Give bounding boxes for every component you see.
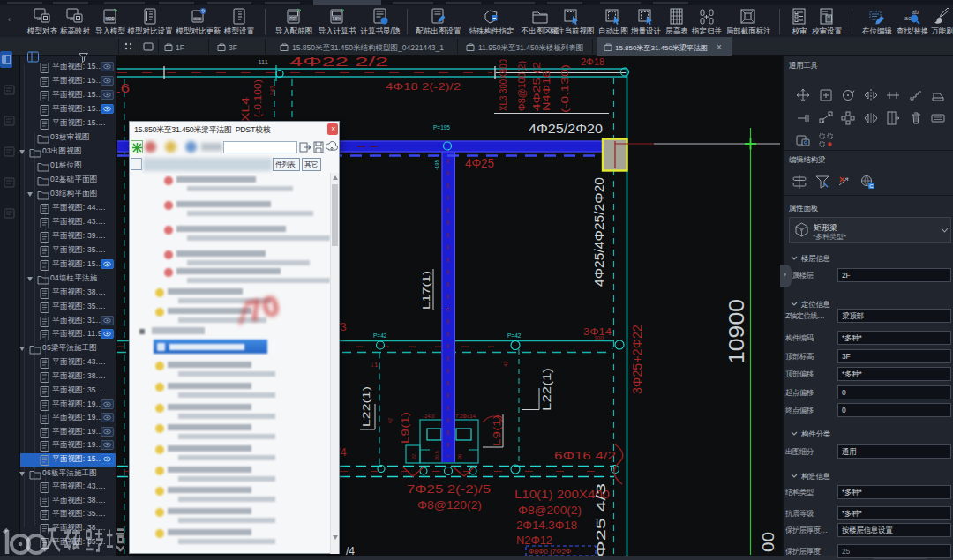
svg-text:3Φ25+2Φ22: 3Φ25+2Φ22 xyxy=(630,325,644,394)
svg-text:-24.0: -24.0 xyxy=(423,414,435,419)
svg-text:Φ8@200(2): Φ8@200(2) xyxy=(518,504,582,517)
svg-text:7.2Φc14: 7.2Φc14 xyxy=(455,414,476,419)
svg-text:XL3 300X800: XL3 300X800 xyxy=(498,59,508,111)
svg-text:P=195: P=195 xyxy=(433,124,450,131)
svg-text:Φ8@120(2): Φ8@120(2) xyxy=(417,498,482,511)
svg-text:(-0.100): (-0.100) xyxy=(252,79,263,117)
svg-text:7.5%: 7.5% xyxy=(332,17,341,21)
svg-text:L22(1): L22(1) xyxy=(540,368,553,411)
svg-text:L17(1): L17(1) xyxy=(421,271,431,310)
svg-text:42: 42 xyxy=(503,361,508,367)
svg-text:4Φ25/2Φ20: 4Φ25/2Φ20 xyxy=(529,122,603,136)
svg-text:Φ8Φ0 (7Φ2Φ: Φ8Φ0 (7Φ2Φ xyxy=(529,548,571,556)
svg-text:L9(1): L9(1) xyxy=(400,412,410,444)
svg-text:Φ25 4/3: Φ25 4/3 xyxy=(593,483,608,556)
svg-text:26: 26 xyxy=(457,454,462,459)
svg-text:7Φ25 2(-2)/5: 7Φ25 2(-2)/5 xyxy=(407,482,491,496)
svg-text:P3T: P3T xyxy=(289,17,297,21)
svg-text:4Φ25: 4Φ25 xyxy=(465,156,494,170)
svg-text:ab: ab xyxy=(912,9,919,15)
svg-text:4Φ22 2/2: 4Φ22 2/2 xyxy=(289,56,388,69)
svg-text:4Φ18 2(-2)/2: 4Φ18 2(-2)/2 xyxy=(386,81,461,92)
svg-text:N4Φ16: N4Φ16 xyxy=(541,71,552,111)
svg-text:P=42: P=42 xyxy=(507,332,522,339)
svg-text:22: 22 xyxy=(411,454,416,459)
svg-text:/4: /4 xyxy=(346,545,355,556)
svg-text:42: 42 xyxy=(387,418,393,423)
svg-text:-111: -111 xyxy=(256,58,268,66)
svg-text:C: C xyxy=(869,183,874,189)
svg-text:↓1: ↓1 xyxy=(371,361,379,369)
svg-text:Φ8@100(2): Φ8@100(2) xyxy=(516,61,527,111)
svg-text:L9(1): L9(1) xyxy=(492,414,502,446)
svg-text:(-0.130): (-0.130) xyxy=(559,64,570,113)
svg-text:10900: 10900 xyxy=(724,299,748,364)
svg-text:MOD: MOD xyxy=(105,17,115,21)
svg-text:00: 00 xyxy=(759,532,777,552)
svg-text:-195: -195 xyxy=(434,159,439,170)
svg-text:N2Φ12: N2Φ12 xyxy=(516,534,552,547)
svg-text:6Φ16 4/2: 6Φ16 4/2 xyxy=(554,449,616,462)
svg-text:2Φ14.3Φ18: 2Φ14.3Φ18 xyxy=(516,519,577,532)
svg-text:XL4: XL4 xyxy=(240,97,251,122)
svg-text:L22(1): L22(1) xyxy=(361,386,371,427)
svg-text:100: 100 xyxy=(594,335,604,341)
svg-text:2Φ18: 2Φ18 xyxy=(581,56,604,67)
svg-text:P=42: P=42 xyxy=(373,332,387,339)
svg-text:20.5: 20.5 xyxy=(434,451,439,460)
svg-text:MOD: MOD xyxy=(193,17,202,21)
svg-text:4Φ25/4Φ25/2Φ20: 4Φ25/4Φ25/2Φ20 xyxy=(591,177,606,287)
svg-text:243: 243 xyxy=(269,86,275,95)
svg-text:16: 16 xyxy=(117,80,130,95)
svg-text:↓: ↓ xyxy=(611,344,614,350)
